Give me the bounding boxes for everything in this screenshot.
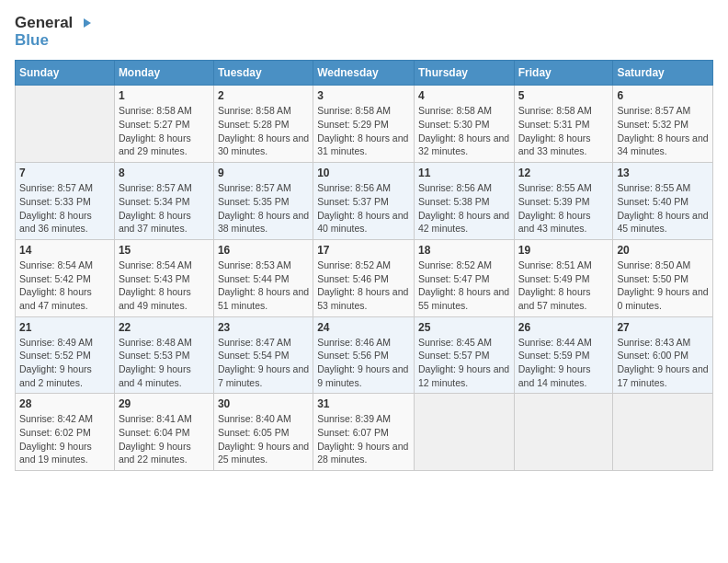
day-info: Sunrise: 8:46 AMSunset: 5:56 PMDaylight:… <box>317 336 410 390</box>
day-info: Sunrise: 8:43 AMSunset: 6:00 PMDaylight:… <box>617 336 709 390</box>
day-info: Sunrise: 8:48 AMSunset: 5:53 PMDaylight:… <box>119 336 210 390</box>
calendar-cell: 1Sunrise: 8:58 AMSunset: 5:27 PMDaylight… <box>114 86 213 163</box>
calendar-week-row: 7Sunrise: 8:57 AMSunset: 5:33 PMDaylight… <box>16 163 713 240</box>
logo: General Blue <box>15 15 91 49</box>
day-number: 21 <box>19 321 110 334</box>
day-number: 11 <box>418 167 510 179</box>
calendar-cell <box>414 394 514 471</box>
day-info: Sunrise: 8:45 AMSunset: 5:57 PMDaylight:… <box>418 336 510 390</box>
calendar-cell: 28Sunrise: 8:42 AMSunset: 6:02 PMDayligh… <box>16 394 115 471</box>
day-info: Sunrise: 8:57 AMSunset: 5:33 PMDaylight:… <box>19 181 110 236</box>
day-info: Sunrise: 8:58 AMSunset: 5:30 PMDaylight:… <box>418 104 510 158</box>
day-info: Sunrise: 8:42 AMSunset: 6:02 PMDaylight:… <box>19 412 110 466</box>
day-info: Sunrise: 8:52 AMSunset: 5:47 PMDaylight:… <box>418 259 510 313</box>
calendar-header-row: SundayMondayTuesdayWednesdayThursdayFrid… <box>16 61 713 86</box>
day-number: 28 <box>19 397 110 410</box>
day-info: Sunrise: 8:56 AMSunset: 5:37 PMDaylight:… <box>317 181 410 236</box>
day-number: 3 <box>317 89 410 102</box>
calendar-cell: 5Sunrise: 8:58 AMSunset: 5:31 PMDaylight… <box>514 86 613 163</box>
calendar-cell: 14Sunrise: 8:54 AMSunset: 5:42 PMDayligh… <box>16 239 115 316</box>
day-number: 16 <box>218 244 309 257</box>
calendar-cell: 22Sunrise: 8:48 AMSunset: 5:53 PMDayligh… <box>114 316 213 394</box>
calendar-cell: 27Sunrise: 8:43 AMSunset: 6:00 PMDayligh… <box>613 316 713 394</box>
day-number: 2 <box>218 89 309 102</box>
day-info: Sunrise: 8:52 AMSunset: 5:46 PMDaylight:… <box>317 259 410 313</box>
day-info: Sunrise: 8:51 AMSunset: 5:49 PMDaylight:… <box>518 259 609 313</box>
day-info: Sunrise: 8:39 AMSunset: 6:07 PMDaylight:… <box>317 412 410 466</box>
day-number: 29 <box>119 397 210 410</box>
day-of-week-header: Monday <box>114 61 213 86</box>
calendar-week-row: 21Sunrise: 8:49 AMSunset: 5:52 PMDayligh… <box>16 316 713 394</box>
day-info: Sunrise: 8:49 AMSunset: 5:52 PMDaylight:… <box>19 336 110 390</box>
day-of-week-header: Friday <box>514 61 613 86</box>
day-number: 10 <box>317 167 410 179</box>
calendar-cell: 7Sunrise: 8:57 AMSunset: 5:33 PMDaylight… <box>16 163 115 240</box>
day-number: 12 <box>518 167 609 179</box>
day-number: 8 <box>119 167 210 179</box>
day-number: 22 <box>119 321 210 334</box>
day-number: 19 <box>518 244 609 257</box>
day-info: Sunrise: 8:58 AMSunset: 5:29 PMDaylight:… <box>317 104 410 158</box>
day-info: Sunrise: 8:41 AMSunset: 6:04 PMDaylight:… <box>119 412 210 466</box>
day-number: 5 <box>518 89 609 102</box>
day-info: Sunrise: 8:53 AMSunset: 5:44 PMDaylight:… <box>218 259 309 313</box>
day-number: 25 <box>418 321 510 334</box>
calendar-cell: 10Sunrise: 8:56 AMSunset: 5:37 PMDayligh… <box>313 163 415 240</box>
day-number: 17 <box>317 244 410 257</box>
logo-general: General <box>15 15 73 32</box>
day-of-week-header: Wednesday <box>313 61 415 86</box>
calendar-cell: 16Sunrise: 8:53 AMSunset: 5:44 PMDayligh… <box>213 239 313 316</box>
calendar-cell: 17Sunrise: 8:52 AMSunset: 5:46 PMDayligh… <box>313 239 415 316</box>
calendar-cell: 6Sunrise: 8:57 AMSunset: 5:32 PMDaylight… <box>613 86 713 163</box>
calendar-cell: 12Sunrise: 8:55 AMSunset: 5:39 PMDayligh… <box>514 163 613 240</box>
day-number: 30 <box>218 397 309 410</box>
day-number: 26 <box>518 321 609 334</box>
logo-bird-icon <box>74 15 91 31</box>
day-info: Sunrise: 8:54 AMSunset: 5:43 PMDaylight:… <box>119 259 210 313</box>
calendar-cell: 24Sunrise: 8:46 AMSunset: 5:56 PMDayligh… <box>313 316 415 394</box>
calendar-cell: 8Sunrise: 8:57 AMSunset: 5:34 PMDaylight… <box>114 163 213 240</box>
page-header: General Blue <box>15 15 713 49</box>
day-info: Sunrise: 8:57 AMSunset: 5:32 PMDaylight:… <box>617 104 709 158</box>
calendar-cell: 4Sunrise: 8:58 AMSunset: 5:30 PMDaylight… <box>414 86 514 163</box>
day-number: 14 <box>19 244 110 257</box>
day-info: Sunrise: 8:58 AMSunset: 5:28 PMDaylight:… <box>218 104 309 158</box>
day-of-week-header: Thursday <box>414 61 514 86</box>
day-number: 4 <box>418 89 510 102</box>
day-number: 6 <box>617 89 709 102</box>
day-info: Sunrise: 8:57 AMSunset: 5:34 PMDaylight:… <box>119 181 210 236</box>
calendar-week-row: 1Sunrise: 8:58 AMSunset: 5:27 PMDaylight… <box>16 86 713 163</box>
day-number: 1 <box>119 89 210 102</box>
day-info: Sunrise: 8:57 AMSunset: 5:35 PMDaylight:… <box>218 181 309 236</box>
day-info: Sunrise: 8:58 AMSunset: 5:27 PMDaylight:… <box>119 104 210 158</box>
day-info: Sunrise: 8:40 AMSunset: 6:05 PMDaylight:… <box>218 412 309 466</box>
calendar-cell: 26Sunrise: 8:44 AMSunset: 5:59 PMDayligh… <box>514 316 613 394</box>
day-info: Sunrise: 8:50 AMSunset: 5:50 PMDaylight:… <box>617 259 709 313</box>
day-info: Sunrise: 8:44 AMSunset: 5:59 PMDaylight:… <box>518 336 609 390</box>
calendar-cell <box>514 394 613 471</box>
day-number: 18 <box>418 244 510 257</box>
day-number: 15 <box>119 244 210 257</box>
calendar-cell: 9Sunrise: 8:57 AMSunset: 5:35 PMDaylight… <box>213 163 313 240</box>
calendar-cell: 3Sunrise: 8:58 AMSunset: 5:29 PMDaylight… <box>313 86 415 163</box>
day-of-week-header: Sunday <box>16 61 115 86</box>
calendar-cell: 13Sunrise: 8:55 AMSunset: 5:40 PMDayligh… <box>613 163 713 240</box>
calendar-cell: 30Sunrise: 8:40 AMSunset: 6:05 PMDayligh… <box>213 394 313 471</box>
calendar-cell: 29Sunrise: 8:41 AMSunset: 6:04 PMDayligh… <box>114 394 213 471</box>
calendar-cell: 11Sunrise: 8:56 AMSunset: 5:38 PMDayligh… <box>414 163 514 240</box>
calendar-cell: 25Sunrise: 8:45 AMSunset: 5:57 PMDayligh… <box>414 316 514 394</box>
day-number: 31 <box>317 397 410 410</box>
day-info: Sunrise: 8:58 AMSunset: 5:31 PMDaylight:… <box>518 104 609 158</box>
day-info: Sunrise: 8:55 AMSunset: 5:39 PMDaylight:… <box>518 181 609 236</box>
calendar-cell <box>613 394 713 471</box>
svg-marker-0 <box>84 18 91 28</box>
calendar-cell: 31Sunrise: 8:39 AMSunset: 6:07 PMDayligh… <box>313 394 415 471</box>
calendar-cell <box>16 86 115 163</box>
calendar-week-row: 28Sunrise: 8:42 AMSunset: 6:02 PMDayligh… <box>16 394 713 471</box>
calendar-cell: 19Sunrise: 8:51 AMSunset: 5:49 PMDayligh… <box>514 239 613 316</box>
calendar-cell: 18Sunrise: 8:52 AMSunset: 5:47 PMDayligh… <box>414 239 514 316</box>
calendar-cell: 20Sunrise: 8:50 AMSunset: 5:50 PMDayligh… <box>613 239 713 316</box>
day-number: 24 <box>317 321 410 334</box>
calendar-cell: 2Sunrise: 8:58 AMSunset: 5:28 PMDaylight… <box>213 86 313 163</box>
day-info: Sunrise: 8:54 AMSunset: 5:42 PMDaylight:… <box>19 259 110 313</box>
